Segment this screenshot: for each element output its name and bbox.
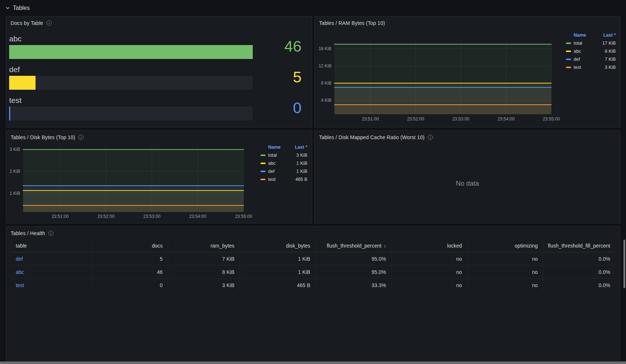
legend-last-header[interactable]: Last * <box>603 33 616 38</box>
svg-text:23:55:00: 23:55:00 <box>543 116 560 122</box>
table-cell: abc <box>11 265 92 279</box>
table-cell: def <box>11 252 92 265</box>
legend-row-test[interactable]: test3 KiB <box>566 63 616 71</box>
table-cell: no <box>467 265 543 279</box>
legend-series-value: 1 KiB <box>296 161 307 166</box>
table-link-test[interactable]: test <box>16 282 24 288</box>
legend-name-header[interactable]: Name <box>574 33 586 38</box>
chevron-down-icon <box>5 5 10 11</box>
legend-row-test[interactable]: test465 B <box>260 175 307 183</box>
panel-ram-bytes: Tables / RAM Bytes (Top 10) 4 KiB8 KiB12… <box>314 16 621 127</box>
legend-series-name: total <box>574 41 582 46</box>
column-header-optimizing[interactable]: optimizing <box>467 239 543 252</box>
legend-row-abc[interactable]: abc1 KiB <box>260 159 307 167</box>
table-link-abc[interactable]: abc <box>16 269 24 275</box>
bar-gauge-row: abc46 <box>9 34 301 59</box>
legend-series-name: abc <box>574 49 581 54</box>
table-link-def[interactable]: def <box>16 256 23 262</box>
svg-text:2 KiB: 2 KiB <box>10 169 20 174</box>
table-cell: 95.0% <box>316 252 392 265</box>
bar-track <box>9 107 253 120</box>
column-header-flush_threshold_percent[interactable]: flush_threshold_percent↓ <box>316 239 392 252</box>
svg-text:23:53:00: 23:53:00 <box>143 214 160 219</box>
vertical-scrollbar-thumb[interactable] <box>623 239 625 288</box>
table-cell: no <box>392 265 467 279</box>
table-cell: 95.0% <box>316 265 392 279</box>
svg-text:23:52:00: 23:52:00 <box>407 116 424 122</box>
table-cell: no <box>392 279 467 292</box>
svg-text:16 KiB: 16 KiB <box>319 46 331 51</box>
table-cell: no <box>467 279 543 292</box>
panel-title[interactable]: Tables / Disk Mapped Cache Ratio (Worst … <box>319 134 425 140</box>
legend-series-value: 3 KiB <box>296 153 307 158</box>
svg-text:23:52:00: 23:52:00 <box>97 214 115 219</box>
panel-header[interactable]: Tables / Health i <box>6 227 620 240</box>
legend-series-marker <box>260 155 266 156</box>
table-cell: 1 KiB <box>240 265 316 279</box>
health-table: tabledocsram_bytesdisk_bytesflush_thresh… <box>11 239 615 292</box>
panel-docs-by-table: Docs by Table i abc46def5test0 <box>6 16 312 127</box>
legend-series-marker <box>566 51 571 52</box>
svg-text:23:54:00: 23:54:00 <box>189 214 206 219</box>
legend-name-header[interactable]: Name <box>268 145 281 150</box>
svg-text:8 KiB: 8 KiB <box>321 81 331 86</box>
svg-text:23:54:00: 23:54:00 <box>497 116 515 122</box>
bar-fill <box>9 76 36 90</box>
legend-series-value: 3 KiB <box>605 65 616 70</box>
svg-text:23:51:00: 23:51:00 <box>362 116 379 122</box>
legend-series-marker <box>566 59 571 60</box>
legend-series-value: 1 KiB <box>296 169 307 174</box>
legend-row-total[interactable]: total3 KiB <box>260 151 307 159</box>
bar-track <box>9 76 253 90</box>
legend-row-def[interactable]: def7 KiB <box>566 55 616 63</box>
bar-label: def <box>9 65 301 74</box>
legend-row-abc[interactable]: abc8 KiB <box>566 47 616 55</box>
panel-header[interactable]: Tables / Disk Mapped Cache Ratio (Worst … <box>315 131 620 144</box>
column-header-ram_bytes[interactable]: ram_bytes <box>168 239 240 252</box>
column-header-table[interactable]: table <box>11 239 92 252</box>
table-cell: 0.0% <box>543 279 615 292</box>
legend-header: NameLast * <box>260 143 307 151</box>
column-header-docs[interactable]: docs <box>92 239 168 252</box>
svg-text:3 KiB: 3 KiB <box>10 147 20 152</box>
ram-legend: NameLast *total17 KiBabc8 KiBdef7 KiBtes… <box>566 31 616 71</box>
bar-fill <box>9 45 253 59</box>
legend-series-name: test <box>574 65 581 70</box>
bar-track <box>9 45 253 59</box>
panel-title[interactable]: Docs by Table <box>11 20 43 26</box>
info-icon[interactable]: i <box>47 21 52 26</box>
bar-label: abc <box>9 34 301 44</box>
legend-row-def[interactable]: def1 KiB <box>260 167 307 175</box>
panel-title[interactable]: Tables / Health <box>11 230 45 236</box>
panel-header[interactable]: Docs by Table i <box>6 16 312 30</box>
table-cell: 7 KiB <box>168 252 240 265</box>
svg-text:4 KiB: 4 KiB <box>321 98 331 103</box>
table-cell: 3 KiB <box>168 279 240 292</box>
legend-series-name: def <box>268 169 274 174</box>
row-header-label: Tables <box>13 5 30 11</box>
no-data-message: No data <box>315 144 620 223</box>
info-icon[interactable]: i <box>48 231 53 236</box>
legend-series-value: 7 KiB <box>605 57 616 62</box>
horizontal-scrollbar[interactable] <box>0 361 626 364</box>
sort-desc-arrow-icon: ↓ <box>384 243 386 248</box>
info-icon[interactable]: i <box>428 135 433 140</box>
column-header-flush_threshold_fill_percent[interactable]: flush_threshold_fill_percent <box>543 239 615 252</box>
legend-row-total[interactable]: total17 KiB <box>566 39 616 47</box>
legend-series-name: def <box>574 57 580 62</box>
disk-legend: NameLast *total3 KiBabc1 KiBdef1 KiBtest… <box>260 143 307 183</box>
row-header-tables[interactable]: Tables <box>5 3 30 13</box>
column-header-disk_bytes[interactable]: disk_bytes <box>240 239 316 252</box>
legend-series-value: 17 KiB <box>602 41 616 46</box>
table-cell: 0 <box>92 279 168 292</box>
table-cell: 0.0% <box>543 252 615 265</box>
legend-series-name: total <box>268 153 277 158</box>
svg-text:23:51:00: 23:51:00 <box>52 214 69 219</box>
table-cell: 46 <box>92 265 168 279</box>
bar-value: 0 <box>293 100 301 116</box>
table-cell: 8 KiB <box>168 265 240 279</box>
svg-text:23:53:00: 23:53:00 <box>452 116 470 122</box>
legend-last-header[interactable]: Last * <box>295 145 307 150</box>
column-header-locked[interactable]: locked <box>392 239 467 252</box>
panel-cache-ratio: Tables / Disk Mapped Cache Ratio (Worst … <box>314 130 621 223</box>
